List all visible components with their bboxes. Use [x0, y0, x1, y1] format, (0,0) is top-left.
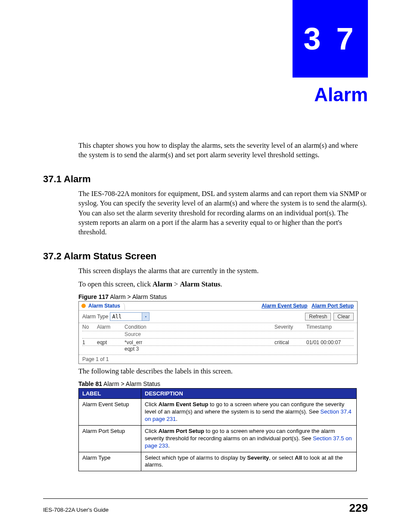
th-desc: DESCRIPTION — [141, 389, 357, 399]
alarm-type-select[interactable]: All ▾ — [110, 312, 149, 321]
clear-button[interactable]: Clear — [333, 313, 354, 320]
chapter-number-box: 3 7 — [293, 0, 368, 78]
col-no: No — [82, 324, 95, 330]
desc-pre: Click — [145, 401, 159, 408]
chapter-number: 3 7 — [303, 21, 357, 56]
figure-pagination: Page 1 of 1 — [79, 355, 357, 364]
figure-117-screenshot: Alarm Status Alarm Event Setup Alarm Por… — [78, 301, 358, 364]
content-area: This chapter shows you how to display th… — [43, 134, 368, 471]
col-condition: Condition — [125, 324, 273, 330]
section-37-1-heading: 37.1 Alarm — [43, 174, 368, 185]
section-37-2-heading: 37.2 Alarm Status Screen — [43, 251, 368, 262]
col-timestamp: Timestamp — [306, 324, 354, 330]
empty — [97, 331, 123, 337]
col-source: Source — [125, 331, 273, 337]
table-row: 1 eqpt *vol_err critical 01/01 00:00:07 — [79, 339, 357, 345]
desc-bold: Alarm Port Setup — [159, 428, 204, 434]
footer-guide-name: IES-708-22A User's Guide — [43, 507, 109, 513]
table-caption: Table 81 Alarm > Alarm Status — [78, 380, 368, 387]
col-alarm: Alarm — [97, 324, 123, 330]
nav-b1: Alarm — [153, 280, 172, 288]
alarm-type-label: Alarm Type — [82, 314, 108, 320]
table-row-sub: eqpt 3 — [79, 346, 357, 352]
footer-page-number: 229 — [349, 501, 368, 515]
desc-bold: Alarm Event Setup — [159, 401, 209, 408]
desc-mid: , or select — [269, 454, 295, 461]
table-row: Alarm Event Setup Click Alarm Event Setu… — [79, 399, 357, 426]
table-header-row: LABEL DESCRIPTION — [79, 389, 357, 399]
desc-pre: Select which type of alarms to display b… — [145, 454, 247, 461]
table-row: Alarm Port Setup Click Alarm Port Setup … — [79, 425, 357, 452]
figure-toolbar: Alarm Type All ▾ Refresh Clear — [79, 311, 357, 323]
figure-header-links: Alarm Event Setup Alarm Port Setup — [259, 303, 357, 309]
td-desc: Click Alarm Event Setup to go to a scree… — [141, 399, 357, 426]
figure-table-headers: No Alarm Condition Severity Timestamp — [79, 323, 357, 331]
post-figure-text: The following table describes the labels… — [78, 367, 368, 376]
desc-post: . — [176, 416, 177, 422]
alarm-type-value: All — [110, 314, 142, 320]
empty — [82, 331, 95, 337]
chapter-intro: This chapter shows you how to display th… — [78, 141, 368, 160]
figure-caption-text: Alarm > Alarm Status — [109, 293, 167, 300]
td-label: Alarm Type — [79, 452, 141, 471]
table-81: LABEL DESCRIPTION Alarm Event Setup Clic… — [78, 388, 357, 471]
cell-no: 1 — [82, 339, 95, 345]
desc-bold: Severity — [247, 454, 269, 461]
table-row: Alarm Type Select which type of alarms t… — [79, 452, 357, 471]
td-desc: Select which type of alarms to display b… — [141, 452, 357, 471]
td-label: Alarm Event Setup — [79, 399, 141, 426]
section-37-1-body: The IES-708-22A monitors for equipment, … — [78, 189, 368, 237]
section-37-2-body1: This screen displays the alarms that are… — [78, 266, 368, 276]
nav-pre: To open this screen, click — [78, 280, 153, 288]
figure-titlebar: Alarm Status Alarm Event Setup Alarm Por… — [79, 302, 357, 311]
alarm-port-setup-link[interactable]: Alarm Port Setup — [311, 303, 354, 309]
th-label: LABEL — [79, 389, 141, 399]
cell-alarm: eqpt — [97, 339, 123, 345]
figure-tab-title: Alarm Status — [88, 303, 120, 309]
td-desc: Click Alarm Port Setup to go to a screen… — [141, 425, 357, 452]
alarm-event-setup-link[interactable]: Alarm Event Setup — [262, 303, 308, 309]
cell-source: eqpt 3 — [125, 346, 273, 352]
desc-pre: Click — [145, 428, 159, 434]
empty — [97, 346, 123, 352]
section-37-2-body2: To open this screen, click Alarm > Alarm… — [78, 280, 368, 289]
col-severity: Severity — [274, 324, 305, 330]
page: 3 7 Alarm This chapter shows you how to … — [0, 0, 411, 532]
figure-tab[interactable]: Alarm Status — [79, 302, 125, 310]
refresh-button[interactable]: Refresh — [305, 313, 331, 320]
cell-timestamp: 01/01 00:00:07 — [306, 339, 354, 345]
table-caption-text: Alarm > Alarm Status — [102, 380, 160, 387]
chevron-down-icon: ▾ — [142, 313, 149, 320]
td-label: Alarm Port Setup — [79, 425, 141, 452]
figure-table-subheader: Source — [79, 331, 357, 338]
page-footer: IES-708-22A User's Guide 229 — [43, 498, 368, 515]
cell-condition: *vol_err — [125, 339, 273, 345]
figure-label: Figure 117 — [78, 293, 109, 300]
desc-post: . — [168, 442, 170, 449]
nav-b2: Alarm Status — [180, 280, 220, 288]
cell-severity: critical — [274, 339, 305, 345]
nav-post: . — [220, 280, 222, 288]
chapter-title: Alarm — [314, 84, 368, 106]
figure-caption: Figure 117 Alarm > Alarm Status — [78, 293, 368, 300]
nav-mid: > — [172, 280, 180, 288]
empty — [82, 346, 95, 352]
tab-dot-icon — [81, 304, 86, 308]
desc-bold2: All — [295, 454, 302, 461]
table-label: Table 81 — [78, 380, 102, 387]
